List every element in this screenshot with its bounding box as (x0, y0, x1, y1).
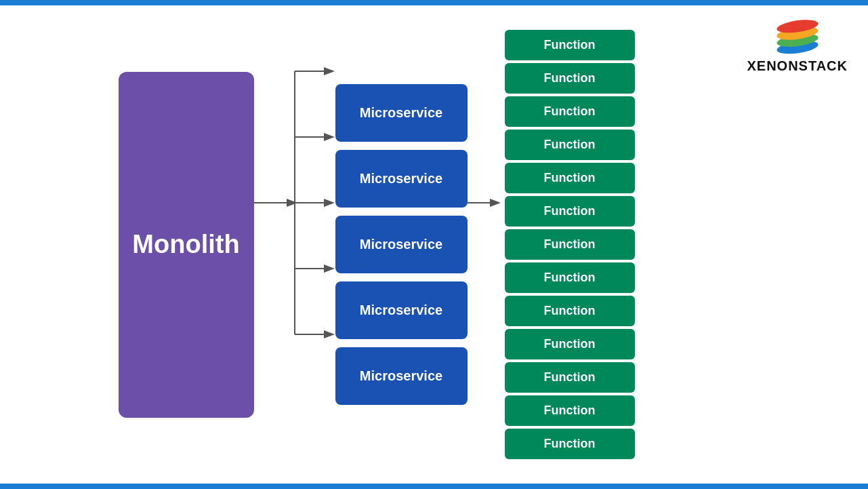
monolith-label: Monolith (132, 230, 239, 259)
function-block-5: Function (505, 163, 635, 193)
function-label-8: Function (544, 271, 596, 285)
function-block-2: Function (505, 63, 635, 94)
function-label-7: Function (544, 237, 596, 252)
monolith-block: Monolith (119, 72, 254, 418)
function-label-9: Function (544, 304, 596, 318)
function-block-9: Function (505, 296, 635, 326)
function-block-13: Function (505, 429, 635, 459)
microservice-block-2: Microservice (335, 150, 468, 208)
microservice-label-4: Microservice (360, 302, 442, 318)
function-block-11: Function (505, 362, 635, 393)
function-label-5: Function (544, 171, 596, 185)
top-bar (0, 0, 868, 5)
function-label-6: Function (544, 204, 596, 218)
diagram-inner: Monolith (119, 30, 635, 459)
function-label-11: Function (544, 370, 596, 385)
diagram-wrapper: Monolith (0, 5, 868, 484)
microservice-block-1: Microservice (335, 84, 468, 142)
function-block-10: Function (505, 329, 635, 359)
function-label-13: Function (544, 437, 596, 451)
function-block-7: Function (505, 229, 635, 260)
function-label-12: Function (544, 404, 596, 418)
microservice-block-3: Microservice (335, 216, 468, 273)
microservices-column: Microservice Microservice Microservice M… (335, 84, 468, 405)
function-label-1: Function (544, 38, 596, 52)
function-label-10: Function (544, 337, 596, 351)
function-block-8: Function (505, 262, 635, 293)
function-block-6: Function (505, 196, 635, 227)
function-block-1: Function (505, 30, 635, 60)
microservice-label-5: Microservice (360, 368, 442, 384)
function-block-12: Function (505, 395, 635, 426)
functions-column: Function Function Function Function Func… (505, 30, 635, 459)
bottom-bar (0, 484, 868, 489)
microservice-label-2: Microservice (360, 171, 442, 187)
function-label-4: Function (544, 138, 596, 152)
microservice-label-1: Microservice (360, 105, 442, 121)
microservice-block-4: Microservice (335, 281, 468, 339)
function-block-3: Function (505, 96, 635, 127)
function-block-4: Function (505, 130, 635, 160)
function-label-2: Function (544, 71, 596, 85)
microservice-block-5: Microservice (335, 347, 468, 405)
function-label-3: Function (544, 104, 596, 119)
microservice-label-3: Microservice (360, 237, 442, 252)
